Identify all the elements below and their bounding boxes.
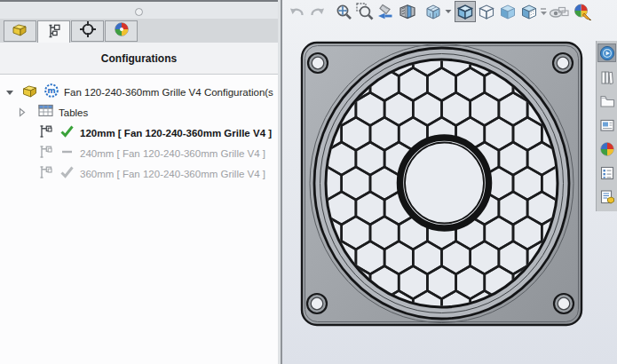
tab-configurationmanager[interactable] <box>37 20 70 44</box>
dash-icon <box>59 145 75 162</box>
solidworks-resources-icon[interactable] <box>597 44 616 62</box>
tab-featuremanager[interactable] <box>4 20 36 42</box>
config-label: 360mm [ Fan 120-240-360mm Grille V4 ] <box>80 169 265 179</box>
expand-arrow-icon[interactable] <box>5 84 14 100</box>
collapsed-arrow-icon[interactable] <box>18 105 26 121</box>
configuration-tree: m Fan 120-240-360mm Grille V4 Configurat… <box>0 75 278 364</box>
fan-grille-model[interactable] <box>282 0 617 364</box>
task-pane-strip <box>596 41 617 211</box>
appearances-icon[interactable] <box>597 139 616 158</box>
undo-icon[interactable] <box>286 1 307 22</box>
configuration-icon <box>39 145 54 162</box>
manager-tab-bar <box>0 19 278 44</box>
config-tree-icon <box>46 23 62 43</box>
root-config-label: Fan 120-240-360mm Grille V4 Configuratio… <box>64 87 273 98</box>
display-style-wireframe-icon[interactable] <box>476 1 497 22</box>
green-check-icon <box>59 124 75 141</box>
svg-text:m: m <box>47 86 55 95</box>
heads-up-toolbar <box>282 0 617 23</box>
display-style-shaded-icon[interactable] <box>497 1 518 22</box>
tree-row-config-360mm[interactable]: 360mm [ Fan 120-240-360mm Grille V4 ] <box>0 163 278 184</box>
section-view-icon[interactable] <box>397 1 418 22</box>
edit-appearance-icon[interactable] <box>572 1 593 22</box>
config-label: 240mm [ Fan 120-240-360mm Grille V4 ] <box>80 148 265 159</box>
custom-properties-icon[interactable] <box>597 163 616 182</box>
tables-label: Tables <box>59 107 88 118</box>
panel-title: Configurations <box>101 52 177 65</box>
file-explorer-icon[interactable] <box>597 91 616 110</box>
gear-badge-icon: m <box>44 83 59 102</box>
view-palette-icon[interactable] <box>597 115 616 134</box>
tree-row-config-120mm[interactable]: 120mm [ Fan 120-240-360mm Grille V4 ] <box>0 123 278 143</box>
gray-check-icon <box>59 165 75 182</box>
zoom-to-fit-icon[interactable] <box>333 1 354 22</box>
display-style-shaded-with-edges-icon[interactable] <box>455 1 476 22</box>
display-style-hidden-lines-icon[interactable] <box>518 1 540 22</box>
tables-icon <box>38 104 53 121</box>
graphics-viewport[interactable] <box>282 0 617 364</box>
crosshair-icon <box>79 20 97 42</box>
tab-propertymanager[interactable] <box>71 20 104 42</box>
tab-displaymanager[interactable] <box>105 20 138 42</box>
solidworks-window: Configurations <box>0 0 617 364</box>
panel-header: Configurations <box>0 43 278 75</box>
configuration-manager-panel: Configurations <box>0 0 278 364</box>
previous-view-icon[interactable] <box>376 1 397 22</box>
view-orientation-dropdown-icon[interactable] <box>444 9 452 14</box>
tree-row-root[interactable]: m Fan 120-240-360mm Grille V4 Configurat… <box>0 82 278 102</box>
panel-collapse-handle[interactable] <box>135 8 143 16</box>
redo-icon[interactable] <box>307 1 328 22</box>
tree-row-tables[interactable]: Tables <box>0 102 278 123</box>
view-orientation-icon[interactable] <box>423 1 444 22</box>
hide-show-dropdown-icon[interactable] <box>540 7 548 16</box>
zoom-to-area-icon[interactable] <box>354 1 376 22</box>
design-library-icon[interactable] <box>597 67 616 86</box>
tree-row-config-240mm[interactable]: 240mm [ Fan 120-240-360mm Grille V4 ] <box>0 143 278 163</box>
hide-show-items-icon[interactable] <box>548 1 569 22</box>
forum-icon[interactable] <box>597 187 616 206</box>
part-icon <box>21 83 39 102</box>
configuration-icon <box>39 165 54 183</box>
configuration-icon <box>39 124 54 142</box>
panel-top-strip <box>0 0 278 20</box>
color-ball-icon <box>114 21 130 41</box>
part-icon <box>12 21 28 41</box>
config-label: 120mm [ Fan 120-240-360mm Grille V4 ] <box>80 128 272 138</box>
